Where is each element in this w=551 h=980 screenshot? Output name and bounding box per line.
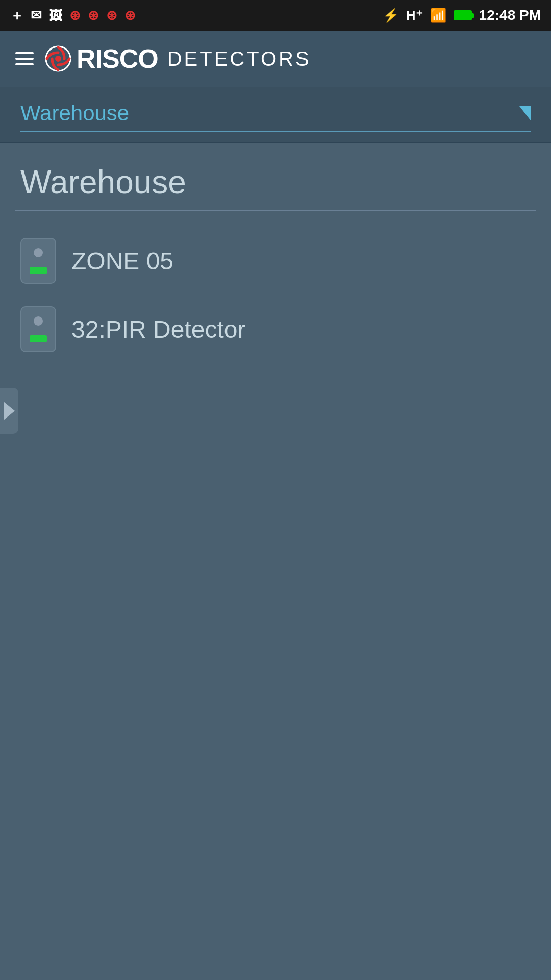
detector-zone05-label: ZONE 05 <box>71 247 173 275</box>
signal-icon: 📶 <box>430 8 446 23</box>
risco-icon-3: ⊛ <box>106 8 117 23</box>
dropdown-arrow-icon <box>519 106 531 120</box>
battery-icon <box>454 10 472 20</box>
status-bar-left: ＋ ✉ 🖼 ⊛ ⊛ ⊛ ⊛ <box>10 7 136 24</box>
logo-container: RISCO DETECTORS <box>44 43 311 74</box>
main-content: Warehouse ZONE 05 32:PIR Detector <box>0 143 551 379</box>
dropdown-section: Warehouse <box>0 87 551 143</box>
device-dot <box>34 248 43 257</box>
dropdown-value: Warehouse <box>20 101 514 126</box>
list-item[interactable]: 32:PIR Detector <box>15 295 536 363</box>
detector-device-icon-pir32 <box>20 306 56 352</box>
risco-icon-4: ⊛ <box>124 8 136 23</box>
risco-icon-1: ⊛ <box>69 8 81 23</box>
section-title: Warehouse <box>15 163 536 201</box>
svg-point-1 <box>55 56 61 62</box>
side-panel-chevron[interactable] <box>0 388 18 434</box>
location-dropdown[interactable]: Warehouse <box>20 101 531 132</box>
brand-name: RISCO <box>77 43 158 74</box>
email-icon: ✉ <box>31 8 42 23</box>
device-status-bar <box>30 267 47 274</box>
risco-icon-2: ⊛ <box>88 8 99 23</box>
menu-button[interactable] <box>15 52 34 65</box>
network-icon: H⁺ <box>406 8 423 23</box>
detectors-label: DETECTORS <box>167 47 311 70</box>
status-bar-right: ⚡ H⁺ 📶 12:48 PM <box>383 7 541 23</box>
device-dot <box>34 316 43 326</box>
device-status-bar <box>30 335 47 342</box>
bluetooth-icon: ⚡ <box>383 8 399 23</box>
app-header: RISCO DETECTORS <box>0 31 551 87</box>
clock: 12:48 PM <box>479 7 541 23</box>
chevron-right-icon <box>4 402 15 420</box>
section-divider <box>15 210 536 211</box>
detector-pir32-label: 32:PIR Detector <box>71 315 245 344</box>
image-icon: 🖼 <box>49 8 62 23</box>
detector-device-icon-zone05 <box>20 238 56 284</box>
list-item[interactable]: ZONE 05 <box>15 227 536 295</box>
add-icon: ＋ <box>10 7 23 24</box>
risco-logo-icon <box>45 45 71 72</box>
status-bar: ＋ ✉ 🖼 ⊛ ⊛ ⊛ ⊛ ⚡ H⁺ 📶 12:48 PM <box>0 0 551 31</box>
